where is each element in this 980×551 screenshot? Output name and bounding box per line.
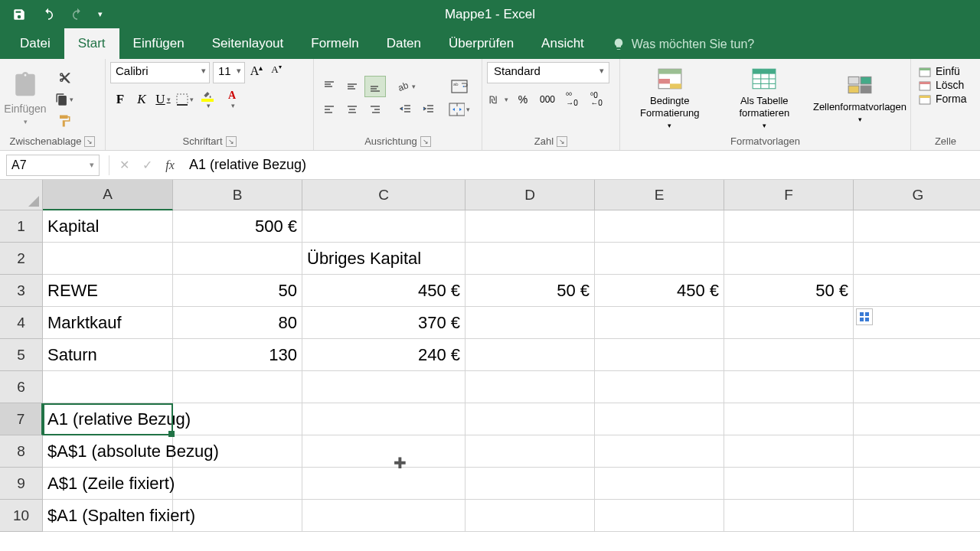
- cell-C9[interactable]: [302, 468, 466, 500]
- col-header-C[interactable]: C: [302, 180, 466, 210]
- cell-B10[interactable]: [173, 500, 302, 532]
- cell-D8[interactable]: [466, 435, 595, 468]
- cell-B7[interactable]: [173, 403, 302, 435]
- font-name-select[interactable]: Calibri: [110, 62, 210, 83]
- cell-E2[interactable]: [595, 243, 724, 275]
- cell-E5[interactable]: [595, 339, 724, 371]
- copy-button[interactable]: [55, 91, 74, 108]
- cell-G5[interactable]: [854, 339, 980, 371]
- cell-C7[interactable]: [302, 403, 466, 435]
- cell-A8[interactable]: $A$1 (absolute Bezug): [43, 435, 173, 468]
- align-left-button[interactable]: [318, 99, 340, 120]
- orientation-button[interactable]: ab: [395, 76, 416, 97]
- autofill-options-button[interactable]: [856, 308, 873, 325]
- cell-B6[interactable]: [173, 371, 302, 403]
- cell-F7[interactable]: [724, 403, 854, 435]
- cell-C5[interactable]: 240 €: [302, 339, 466, 371]
- align-top-button[interactable]: [318, 76, 340, 97]
- tab-formulas[interactable]: Formeln: [297, 28, 372, 59]
- increase-font-button[interactable]: A▴: [248, 64, 265, 82]
- cell-G6[interactable]: [854, 371, 980, 403]
- cell-B4[interactable]: 80: [173, 307, 302, 339]
- cell-C4[interactable]: 370 €: [302, 307, 466, 339]
- cell-F4[interactable]: [724, 307, 854, 339]
- format-painter-button[interactable]: [55, 112, 74, 129]
- cell-F8[interactable]: [724, 435, 854, 468]
- row-header-3[interactable]: 3: [0, 275, 43, 307]
- paste-button[interactable]: Einfügen ▾: [5, 70, 46, 126]
- cell-E6[interactable]: [595, 371, 724, 403]
- bold-button[interactable]: F: [110, 90, 130, 109]
- wrap-text-button[interactable]: ab: [449, 76, 470, 97]
- row-header-7[interactable]: 7: [0, 403, 43, 435]
- cell-D7[interactable]: [466, 403, 595, 435]
- tab-insert[interactable]: Einfügen: [119, 28, 198, 59]
- row-header-5[interactable]: 5: [0, 339, 43, 371]
- align-middle-button[interactable]: [341, 76, 363, 97]
- cell-B9[interactable]: [173, 468, 302, 500]
- cell-D6[interactable]: [466, 371, 595, 403]
- col-header-D[interactable]: D: [466, 180, 595, 210]
- borders-button[interactable]: [175, 90, 194, 109]
- cell-A2[interactable]: [43, 243, 173, 275]
- tab-home[interactable]: Start: [64, 28, 119, 59]
- row-header-8[interactable]: 8: [0, 435, 43, 468]
- cells-delete-button[interactable]: Lösch: [919, 79, 975, 91]
- tab-view[interactable]: Ansicht: [528, 28, 598, 59]
- cell-D10[interactable]: [466, 500, 595, 532]
- cell-D5[interactable]: [466, 339, 595, 371]
- cell-G8[interactable]: [854, 435, 980, 468]
- row-header-1[interactable]: 1: [0, 210, 43, 243]
- cells-format-button[interactable]: Forma: [919, 93, 975, 105]
- row-header-4[interactable]: 4: [0, 307, 43, 339]
- percent-button[interactable]: %: [511, 90, 534, 109]
- alignment-dialog-launcher[interactable]: ↘: [420, 136, 431, 147]
- col-header-G[interactable]: G: [854, 180, 980, 210]
- cell-E1[interactable]: [595, 210, 724, 243]
- cell-D4[interactable]: [466, 307, 595, 339]
- cells-insert-button[interactable]: Einfü: [919, 65, 975, 77]
- cell-A7[interactable]: A1 (relative Bezug): [43, 403, 173, 435]
- select-all-corner[interactable]: [0, 180, 43, 210]
- tab-pagelayout[interactable]: Seitenlayout: [198, 28, 298, 59]
- col-header-F[interactable]: F: [724, 180, 854, 210]
- row-header-2[interactable]: 2: [0, 243, 43, 275]
- cell-C2[interactable]: Übriges Kapital: [302, 243, 466, 275]
- undo-button[interactable]: [34, 0, 63, 28]
- align-center-button[interactable]: [341, 99, 363, 120]
- increase-indent-button[interactable]: [418, 99, 439, 120]
- qat-customize-button[interactable]: ▾: [92, 0, 109, 28]
- font-size-select[interactable]: 11: [213, 62, 245, 83]
- cell-A4[interactable]: Marktkauf: [43, 307, 173, 339]
- cell-F1[interactable]: [724, 210, 854, 243]
- cell-A10[interactable]: $A1 (Spalten fixiert): [43, 500, 173, 532]
- cell-F6[interactable]: [724, 371, 854, 403]
- cell-D2[interactable]: [466, 243, 595, 275]
- cell-E8[interactable]: [595, 435, 724, 468]
- name-box[interactable]: A7: [6, 155, 100, 176]
- conditional-formatting-button[interactable]: Bedingte Formatierung▾: [625, 66, 715, 130]
- cell-C6[interactable]: [302, 371, 466, 403]
- cell-D1[interactable]: [466, 210, 595, 243]
- formula-input[interactable]: A1 (relative Bezug): [181, 154, 980, 176]
- cell-G3[interactable]: [854, 275, 980, 307]
- cell-G9[interactable]: [854, 468, 980, 500]
- decrease-indent-button[interactable]: [395, 99, 416, 120]
- insert-function-button[interactable]: fx: [158, 155, 181, 176]
- font-dialog-launcher[interactable]: ↘: [226, 136, 237, 147]
- accounting-format-button[interactable]: ₪: [487, 90, 510, 109]
- cell-A3[interactable]: REWE: [43, 275, 173, 307]
- number-dialog-launcher[interactable]: ↘: [557, 136, 567, 147]
- comma-button[interactable]: 000: [536, 90, 559, 109]
- cell-C3[interactable]: 450 €: [302, 275, 466, 307]
- cell-A5[interactable]: Saturn: [43, 339, 173, 371]
- row-header-9[interactable]: 9: [0, 468, 43, 500]
- tab-data[interactable]: Daten: [373, 28, 435, 59]
- cell-G7[interactable]: [854, 403, 980, 435]
- cell-D9[interactable]: [466, 468, 595, 500]
- enter-formula-button[interactable]: ✓: [136, 155, 158, 176]
- cell-G1[interactable]: [854, 210, 980, 243]
- merge-button[interactable]: [449, 99, 470, 120]
- cell-F10[interactable]: [724, 500, 854, 532]
- save-button[interactable]: [5, 0, 34, 28]
